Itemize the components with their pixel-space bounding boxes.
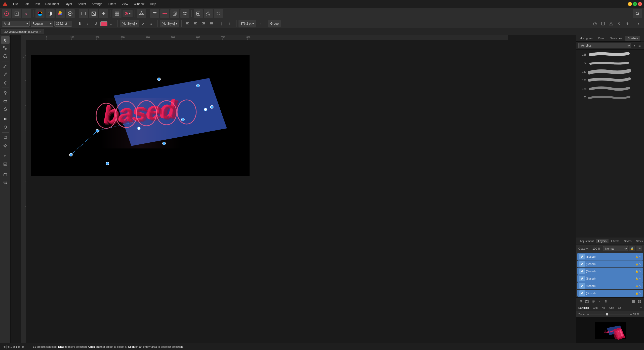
ordered-list-btn[interactable]: 1.2.3. (227, 20, 234, 27)
gradient-tool[interactable] (1, 115, 10, 123)
transform-btn[interactable] (137, 9, 146, 18)
brush-options-btn[interactable]: ☰ (637, 43, 642, 48)
contrast-btn[interactable] (46, 9, 55, 18)
align-left-btn[interactable] (184, 20, 191, 27)
tab-adjustment[interactable]: Adjustment (578, 239, 596, 243)
eraser-tool[interactable] (1, 97, 10, 105)
list-btn[interactable] (219, 20, 226, 27)
vector-brush-tool[interactable] (1, 79, 10, 86)
active-document-tab[interactable]: 3D-vector.afdesign (55.3%) × (1, 29, 44, 34)
more-options-btn[interactable]: › (635, 20, 642, 27)
mask-btn[interactable] (590, 298, 596, 304)
page-prev-btn[interactable]: ◀ (3, 345, 5, 348)
char-style-btn[interactable]: A (140, 20, 147, 27)
nav-menu-btn[interactable]: ☰ (638, 305, 643, 310)
distribute-btn[interactable] (160, 9, 169, 18)
nav-tab-his[interactable]: His (600, 306, 607, 310)
justify-btn[interactable] (208, 20, 215, 27)
text-flow-btn[interactable]: a (148, 20, 155, 27)
text-options-btn[interactable]: a (108, 20, 115, 27)
para-style-dropdown[interactable]: [No Style] ▾ (160, 20, 179, 27)
circle-tool-btn[interactable] (66, 9, 75, 18)
menu-file[interactable]: File (11, 1, 20, 7)
bold-button[interactable]: B (76, 20, 83, 27)
zoom-tool[interactable] (1, 179, 10, 186)
layer-item-3[interactable]: A (Based) 🔒 ✎ (577, 268, 643, 275)
delete-layer-btn[interactable]: 🗑 (603, 298, 609, 304)
expand-btn[interactable] (214, 9, 223, 18)
transform-panel-btn[interactable] (608, 20, 615, 27)
frame-text-tool[interactable]: A (1, 160, 10, 168)
nav-tab-navigator[interactable]: Navigator (577, 306, 591, 310)
layer-item-2[interactable]: A (Based) 🔒 ✎ (577, 260, 643, 267)
effects-toggle-btn[interactable] (599, 20, 607, 27)
layer-edit-icon-4[interactable]: ✎ (639, 277, 641, 280)
layer-lock-icon-6[interactable]: 🔒 (635, 292, 638, 295)
transform-tool[interactable] (1, 52, 10, 60)
menu-document[interactable]: Document (43, 1, 62, 7)
align-btn[interactable] (150, 9, 159, 18)
brush-category-select[interactable]: Acrylics (578, 43, 631, 48)
layer-lock-icon-4[interactable]: 🔒 (635, 277, 638, 280)
page-last-btn[interactable]: ▶| (18, 345, 21, 348)
tab-brushes[interactable]: Brushes (625, 36, 640, 41)
symbols-btn[interactable] (204, 9, 213, 18)
snap-dropdown[interactable]: ▾ (123, 10, 133, 17)
canvas-area[interactable]: based based based (11, 35, 576, 347)
shape-tool[interactable] (1, 171, 10, 178)
layer-lock-icon-5[interactable]: 🔒 (635, 285, 638, 287)
tab-stock[interactable]: Stock (634, 239, 644, 243)
page-first-btn[interactable]: |◀ (6, 345, 9, 348)
boolean-btn[interactable] (180, 9, 189, 18)
layer-item-6[interactable]: A (Based) 🔒 ✎ (577, 290, 643, 297)
persona-btn-3[interactable]: A (22, 9, 31, 18)
add-layer-btn[interactable]: ⊞ (578, 298, 583, 304)
brush-item-5[interactable]: 128 (577, 85, 643, 93)
thumbnails-view-btn[interactable] (637, 298, 642, 304)
align-center-btn[interactable] (192, 20, 199, 27)
tab-effects[interactable]: Effects (609, 239, 621, 243)
brush-item-6[interactable]: 60 (577, 93, 643, 101)
color-wheel-btn[interactable] (35, 9, 45, 18)
layer-lock-icon-2[interactable]: 🔒 (635, 263, 638, 265)
blend-mode-select[interactable]: Normal (603, 246, 628, 251)
layer-lock-icon-3[interactable]: 🔒 (635, 270, 638, 273)
frame-width-dropdown[interactable]: 376.2 pt ▾ (238, 20, 256, 27)
menu-window[interactable]: Window (131, 1, 147, 7)
view-options-btn[interactable] (591, 20, 598, 27)
close-button[interactable]: × (638, 2, 642, 6)
font-family-dropdown[interactable]: Arial ▾ (2, 21, 30, 27)
text-color-swatch[interactable] (100, 21, 107, 26)
layer-edit-icon-2[interactable]: ✎ (639, 263, 641, 265)
brush-item-2[interactable]: 64 (577, 59, 643, 67)
tab-styles[interactable]: Styles (622, 239, 634, 243)
insert-btn[interactable] (194, 9, 203, 18)
fx-btn[interactable]: fx (597, 298, 602, 304)
add-brush-btn[interactable]: ▾ (632, 43, 637, 48)
rotate-btn[interactable] (616, 20, 623, 27)
zoom-plus-btn[interactable]: + (630, 312, 632, 316)
node-tool[interactable] (1, 44, 10, 52)
nav-tab-32p[interactable]: 32P (616, 306, 624, 310)
menu-select[interactable]: Select (75, 1, 89, 7)
paint-brush-tool[interactable] (1, 89, 10, 97)
menu-text[interactable]: Text (32, 1, 42, 7)
brush-item-1[interactable]: 128 (577, 51, 643, 59)
font-size-input[interactable] (54, 21, 72, 27)
align-right-btn[interactable] (200, 20, 207, 27)
nav-tab-xfm[interactable]: Xfm (592, 306, 599, 310)
ligature-btn[interactable]: fi (257, 20, 264, 27)
lock-layer-btn[interactable]: 🔒 (629, 246, 635, 251)
expand-panel-btn[interactable] (624, 20, 631, 27)
brush-item-4[interactable]: 128 (577, 76, 643, 84)
crop-tool[interactable] (1, 134, 10, 141)
brush-item-3[interactable]: 140 (577, 68, 643, 76)
zoom-minus-btn[interactable]: − (587, 312, 589, 316)
fill-tool[interactable] (1, 105, 10, 113)
menu-view[interactable]: View (119, 1, 131, 7)
menu-edit[interactable]: Edit (21, 1, 31, 7)
layers-view-btn[interactable] (631, 298, 636, 304)
layer-lock-icon-1[interactable]: 🔒 (635, 255, 638, 258)
menu-layer[interactable]: Layer (62, 1, 75, 7)
visibility-btn[interactable]: 👁 (636, 246, 642, 251)
